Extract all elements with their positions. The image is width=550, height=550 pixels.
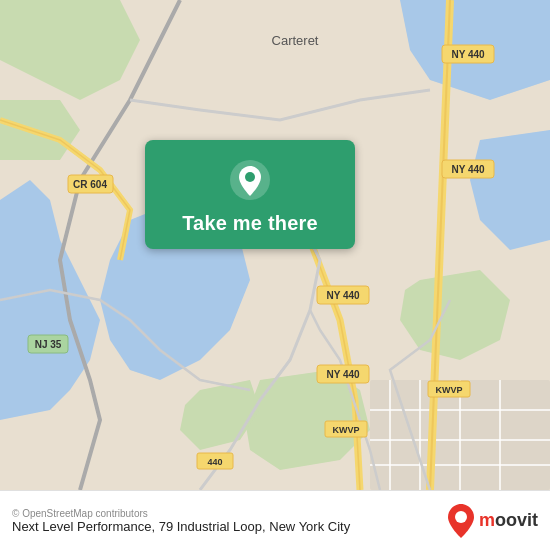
svg-point-32 — [455, 511, 467, 523]
cta-label: Take me there — [182, 212, 318, 235]
svg-text:NJ 35: NJ 35 — [35, 339, 62, 350]
moovit-pin-icon — [447, 504, 475, 538]
svg-text:KWVP: KWVP — [333, 425, 360, 435]
svg-text:NY 440: NY 440 — [326, 290, 360, 301]
svg-text:KWVP: KWVP — [436, 385, 463, 395]
svg-text:NY 440: NY 440 — [326, 369, 360, 380]
info-text-block: © OpenStreetMap contributors Next Level … — [12, 508, 350, 534]
svg-text:440: 440 — [207, 457, 222, 467]
take-me-there-button[interactable]: Take me there — [145, 140, 355, 249]
svg-text:NY 440: NY 440 — [451, 49, 485, 60]
svg-text:CR 604: CR 604 — [73, 179, 107, 190]
attribution-text: © OpenStreetMap contributors — [12, 508, 350, 519]
map-container: NY 440 NY 440 NY 440 NY 440 CR 604 NJ 35… — [0, 0, 550, 490]
moovit-brand-text: moovit — [479, 510, 538, 531]
location-pin-icon — [228, 158, 272, 202]
info-bar: © OpenStreetMap contributors Next Level … — [0, 490, 550, 550]
svg-text:NY 440: NY 440 — [451, 164, 485, 175]
svg-text:Carteret: Carteret — [272, 33, 319, 48]
moovit-logo: moovit — [447, 504, 538, 538]
svg-point-31 — [245, 172, 255, 182]
location-title: Next Level Performance, 79 Industrial Lo… — [12, 519, 350, 534]
